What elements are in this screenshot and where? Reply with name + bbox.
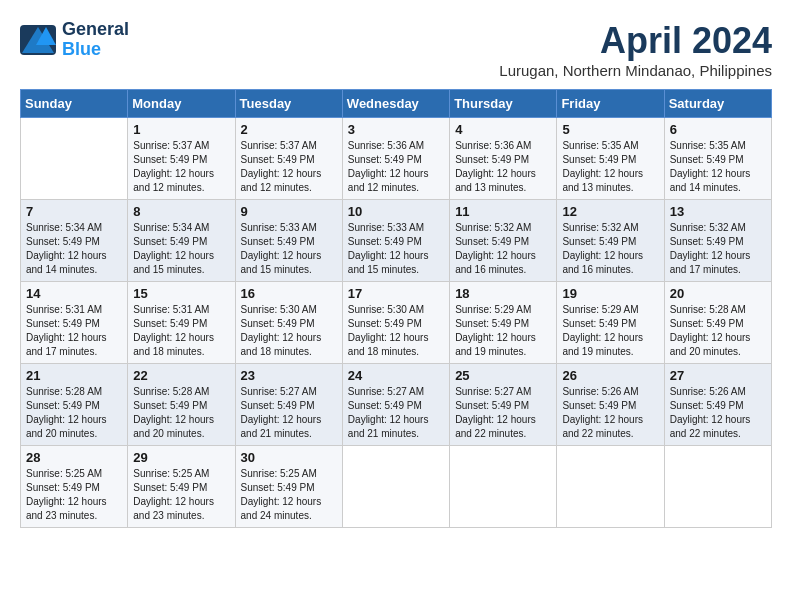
day-number: 13 (670, 204, 766, 219)
day-info: Sunrise: 5:34 AM Sunset: 5:49 PM Dayligh… (133, 221, 229, 277)
day-info: Sunrise: 5:27 AM Sunset: 5:49 PM Dayligh… (348, 385, 444, 441)
day-info: Sunrise: 5:30 AM Sunset: 5:49 PM Dayligh… (348, 303, 444, 359)
day-info: Sunrise: 5:31 AM Sunset: 5:49 PM Dayligh… (133, 303, 229, 359)
day-number: 10 (348, 204, 444, 219)
day-number: 6 (670, 122, 766, 137)
day-info: Sunrise: 5:37 AM Sunset: 5:49 PM Dayligh… (133, 139, 229, 195)
calendar-cell: 18Sunrise: 5:29 AM Sunset: 5:49 PM Dayli… (450, 282, 557, 364)
calendar-cell: 19Sunrise: 5:29 AM Sunset: 5:49 PM Dayli… (557, 282, 664, 364)
week-row-2: 7Sunrise: 5:34 AM Sunset: 5:49 PM Daylig… (21, 200, 772, 282)
calendar-cell: 28Sunrise: 5:25 AM Sunset: 5:49 PM Dayli… (21, 446, 128, 528)
calendar-header: SundayMondayTuesdayWednesdayThursdayFrid… (21, 90, 772, 118)
day-number: 17 (348, 286, 444, 301)
calendar-cell: 3Sunrise: 5:36 AM Sunset: 5:49 PM Daylig… (342, 118, 449, 200)
day-number: 23 (241, 368, 337, 383)
day-header-monday: Monday (128, 90, 235, 118)
calendar-cell: 13Sunrise: 5:32 AM Sunset: 5:49 PM Dayli… (664, 200, 771, 282)
calendar-cell (450, 446, 557, 528)
day-header-thursday: Thursday (450, 90, 557, 118)
calendar-cell: 24Sunrise: 5:27 AM Sunset: 5:49 PM Dayli… (342, 364, 449, 446)
day-number: 24 (348, 368, 444, 383)
day-info: Sunrise: 5:28 AM Sunset: 5:49 PM Dayligh… (670, 303, 766, 359)
day-number: 7 (26, 204, 122, 219)
day-number: 19 (562, 286, 658, 301)
calendar-cell: 14Sunrise: 5:31 AM Sunset: 5:49 PM Dayli… (21, 282, 128, 364)
day-info: Sunrise: 5:25 AM Sunset: 5:49 PM Dayligh… (133, 467, 229, 523)
calendar-cell: 21Sunrise: 5:28 AM Sunset: 5:49 PM Dayli… (21, 364, 128, 446)
calendar-cell: 9Sunrise: 5:33 AM Sunset: 5:49 PM Daylig… (235, 200, 342, 282)
day-info: Sunrise: 5:34 AM Sunset: 5:49 PM Dayligh… (26, 221, 122, 277)
day-info: Sunrise: 5:32 AM Sunset: 5:49 PM Dayligh… (562, 221, 658, 277)
day-number: 29 (133, 450, 229, 465)
day-number: 12 (562, 204, 658, 219)
day-header-sunday: Sunday (21, 90, 128, 118)
calendar-cell: 15Sunrise: 5:31 AM Sunset: 5:49 PM Dayli… (128, 282, 235, 364)
day-info: Sunrise: 5:29 AM Sunset: 5:49 PM Dayligh… (562, 303, 658, 359)
calendar-cell: 6Sunrise: 5:35 AM Sunset: 5:49 PM Daylig… (664, 118, 771, 200)
week-row-5: 28Sunrise: 5:25 AM Sunset: 5:49 PM Dayli… (21, 446, 772, 528)
calendar-cell (342, 446, 449, 528)
day-info: Sunrise: 5:30 AM Sunset: 5:49 PM Dayligh… (241, 303, 337, 359)
day-number: 1 (133, 122, 229, 137)
location: Lurugan, Northern Mindanao, Philippines (499, 62, 772, 79)
day-info: Sunrise: 5:26 AM Sunset: 5:49 PM Dayligh… (562, 385, 658, 441)
calendar-cell: 17Sunrise: 5:30 AM Sunset: 5:49 PM Dayli… (342, 282, 449, 364)
day-info: Sunrise: 5:25 AM Sunset: 5:49 PM Dayligh… (241, 467, 337, 523)
day-info: Sunrise: 5:36 AM Sunset: 5:49 PM Dayligh… (455, 139, 551, 195)
day-info: Sunrise: 5:28 AM Sunset: 5:49 PM Dayligh… (133, 385, 229, 441)
day-number: 26 (562, 368, 658, 383)
day-info: Sunrise: 5:27 AM Sunset: 5:49 PM Dayligh… (455, 385, 551, 441)
day-info: Sunrise: 5:28 AM Sunset: 5:49 PM Dayligh… (26, 385, 122, 441)
day-header-saturday: Saturday (664, 90, 771, 118)
calendar-cell: 8Sunrise: 5:34 AM Sunset: 5:49 PM Daylig… (128, 200, 235, 282)
logo: General Blue (20, 20, 129, 60)
day-number: 25 (455, 368, 551, 383)
logo-text: General Blue (62, 20, 129, 60)
calendar-cell: 22Sunrise: 5:28 AM Sunset: 5:49 PM Dayli… (128, 364, 235, 446)
day-header-wednesday: Wednesday (342, 90, 449, 118)
day-info: Sunrise: 5:27 AM Sunset: 5:49 PM Dayligh… (241, 385, 337, 441)
day-info: Sunrise: 5:35 AM Sunset: 5:49 PM Dayligh… (670, 139, 766, 195)
calendar-cell (664, 446, 771, 528)
day-number: 21 (26, 368, 122, 383)
calendar-cell: 26Sunrise: 5:26 AM Sunset: 5:49 PM Dayli… (557, 364, 664, 446)
calendar-cell: 7Sunrise: 5:34 AM Sunset: 5:49 PM Daylig… (21, 200, 128, 282)
day-number: 9 (241, 204, 337, 219)
day-number: 15 (133, 286, 229, 301)
calendar-cell: 10Sunrise: 5:33 AM Sunset: 5:49 PM Dayli… (342, 200, 449, 282)
calendar-body: 1Sunrise: 5:37 AM Sunset: 5:49 PM Daylig… (21, 118, 772, 528)
calendar-table: SundayMondayTuesdayWednesdayThursdayFrid… (20, 89, 772, 528)
day-info: Sunrise: 5:32 AM Sunset: 5:49 PM Dayligh… (670, 221, 766, 277)
logo-icon (20, 25, 56, 55)
day-number: 14 (26, 286, 122, 301)
calendar-cell: 5Sunrise: 5:35 AM Sunset: 5:49 PM Daylig… (557, 118, 664, 200)
title-block: April 2024 Lurugan, Northern Mindanao, P… (499, 20, 772, 79)
calendar-cell: 30Sunrise: 5:25 AM Sunset: 5:49 PM Dayli… (235, 446, 342, 528)
day-number: 8 (133, 204, 229, 219)
month-title: April 2024 (499, 20, 772, 62)
day-number: 28 (26, 450, 122, 465)
day-info: Sunrise: 5:25 AM Sunset: 5:49 PM Dayligh… (26, 467, 122, 523)
calendar-cell: 16Sunrise: 5:30 AM Sunset: 5:49 PM Dayli… (235, 282, 342, 364)
day-info: Sunrise: 5:37 AM Sunset: 5:49 PM Dayligh… (241, 139, 337, 195)
day-number: 27 (670, 368, 766, 383)
day-header-tuesday: Tuesday (235, 90, 342, 118)
calendar-cell: 20Sunrise: 5:28 AM Sunset: 5:49 PM Dayli… (664, 282, 771, 364)
calendar-cell: 2Sunrise: 5:37 AM Sunset: 5:49 PM Daylig… (235, 118, 342, 200)
calendar-cell: 4Sunrise: 5:36 AM Sunset: 5:49 PM Daylig… (450, 118, 557, 200)
calendar-cell: 29Sunrise: 5:25 AM Sunset: 5:49 PM Dayli… (128, 446, 235, 528)
day-number: 30 (241, 450, 337, 465)
calendar-cell: 27Sunrise: 5:26 AM Sunset: 5:49 PM Dayli… (664, 364, 771, 446)
day-number: 22 (133, 368, 229, 383)
day-number: 20 (670, 286, 766, 301)
calendar-cell (21, 118, 128, 200)
calendar-cell: 23Sunrise: 5:27 AM Sunset: 5:49 PM Dayli… (235, 364, 342, 446)
page-header: General Blue April 2024 Lurugan, Norther… (20, 20, 772, 79)
day-number: 18 (455, 286, 551, 301)
week-row-4: 21Sunrise: 5:28 AM Sunset: 5:49 PM Dayli… (21, 364, 772, 446)
calendar-cell (557, 446, 664, 528)
day-info: Sunrise: 5:31 AM Sunset: 5:49 PM Dayligh… (26, 303, 122, 359)
day-info: Sunrise: 5:33 AM Sunset: 5:49 PM Dayligh… (348, 221, 444, 277)
day-number: 11 (455, 204, 551, 219)
day-header-friday: Friday (557, 90, 664, 118)
